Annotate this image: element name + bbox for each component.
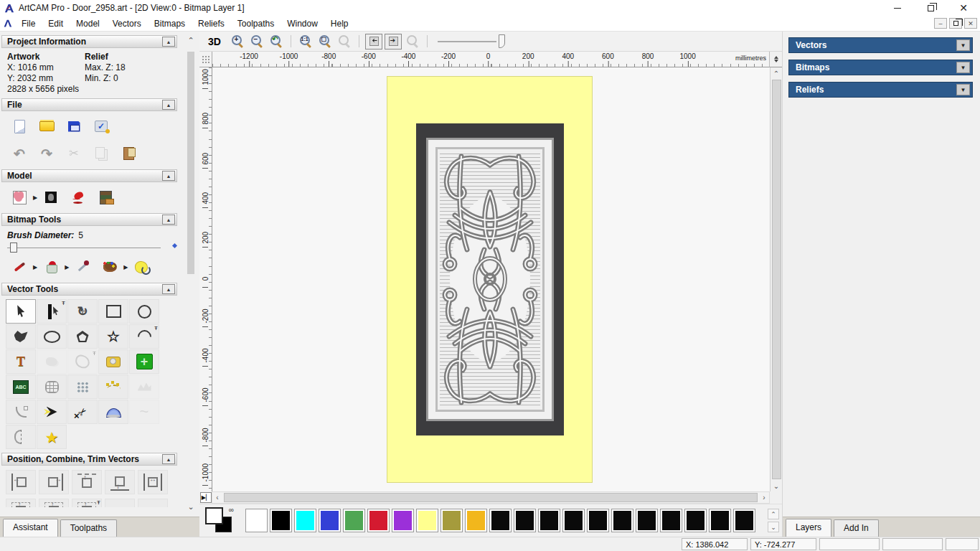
scroll-left-icon[interactable]: ‹ xyxy=(212,492,222,504)
model-artwork-area[interactable] xyxy=(387,77,592,482)
menu-file[interactable]: File xyxy=(15,17,42,31)
bitmaps-panel-header[interactable]: Bitmaps▼ xyxy=(788,60,973,75)
free-curve-button[interactable] xyxy=(129,400,159,424)
flyout-arrow-icon[interactable]: ▶ xyxy=(33,264,37,270)
block-paste-button[interactable] xyxy=(67,375,98,399)
zoom-box-button[interactable]: ▢ xyxy=(316,34,334,50)
zoom-out-button[interactable]: − xyxy=(248,34,265,50)
primary-secondary-colour[interactable]: ∞ xyxy=(205,507,238,534)
adjust-model-button[interactable] xyxy=(40,187,62,207)
transform-button[interactable] xyxy=(67,299,98,324)
create-rectangle-button[interactable] xyxy=(98,299,128,324)
align-right-button[interactable] xyxy=(39,470,69,494)
set-model-size-button[interactable] xyxy=(9,187,30,207)
menu-model[interactable]: Model xyxy=(70,17,106,31)
paste-up-button[interactable]: Ŧ xyxy=(72,499,102,507)
tab-add-in[interactable]: Add In xyxy=(834,519,879,537)
palette-swatch-15[interactable] xyxy=(611,509,633,532)
envelope-distort-button[interactable] xyxy=(37,375,67,399)
text-on-curve-button[interactable] xyxy=(6,375,36,399)
trim-vectors-button[interactable] xyxy=(67,400,98,424)
collapse-model-button[interactable]: ▲ xyxy=(162,171,175,181)
save-model-button[interactable] xyxy=(63,116,85,136)
extrude-button[interactable] xyxy=(98,400,128,424)
offset-vector-button[interactable]: Ŧ xyxy=(67,349,98,374)
open-model-button[interactable] xyxy=(36,116,57,136)
collapse-vector-button[interactable]: ▲ xyxy=(162,284,175,294)
next-bitmap-layer-button[interactable] xyxy=(385,34,402,50)
create-circle-button[interactable] xyxy=(129,299,159,324)
palette-swatch-19[interactable] xyxy=(709,509,731,532)
lighting-button[interactable] xyxy=(67,187,89,207)
menu-window[interactable]: Window xyxy=(281,17,324,31)
mdi-close-button[interactable]: ✕ xyxy=(964,18,977,29)
assistant-scrollbar[interactable]: ⌃ ⌄ xyxy=(184,34,198,512)
palette-swatch-18[interactable] xyxy=(684,509,707,532)
tab-toolpaths[interactable]: Toolpaths xyxy=(60,519,117,537)
fill-tool-button[interactable] xyxy=(40,257,62,277)
flyout-arrow-icon[interactable]: ▶ xyxy=(65,264,69,270)
create-star-button[interactable] xyxy=(98,324,128,349)
palette-tool-button[interactable] xyxy=(99,257,121,277)
menu-edit[interactable]: Edit xyxy=(42,17,70,31)
create-ellipse-button[interactable] xyxy=(37,324,67,349)
menu-toolpaths[interactable]: Toolpaths xyxy=(231,17,281,31)
2d-view-canvas[interactable] xyxy=(212,67,770,491)
palette-swatch-13[interactable] xyxy=(562,509,585,532)
bitmap-doctor-button[interactable] xyxy=(131,257,152,277)
palette-swatch-17[interactable] xyxy=(660,509,682,532)
contrast-slider-handle[interactable] xyxy=(499,34,505,48)
restore-button[interactable] xyxy=(914,0,947,16)
palette-swatch-11[interactable] xyxy=(514,509,536,532)
reliefs-panel-header[interactable]: Reliefs▼ xyxy=(788,82,973,98)
expand-vectors-button[interactable]: ▼ xyxy=(956,39,970,51)
vector-doctor-button[interactable] xyxy=(37,425,67,449)
palette-swatch-7[interactable] xyxy=(416,509,438,532)
units-spinner-button[interactable] xyxy=(769,52,782,67)
create-arc-button[interactable]: Ŧ xyxy=(129,324,159,349)
zoom-objects-button[interactable]: 1:1 xyxy=(297,34,314,50)
align-bottom-button[interactable] xyxy=(105,470,135,494)
palette-scroll-down-button[interactable]: ⌄ xyxy=(768,522,779,532)
palette-swatch-8[interactable] xyxy=(440,509,463,532)
collapse-bitmap-button[interactable]: ▲ xyxy=(162,215,175,225)
create-polygon-button[interactable] xyxy=(67,324,98,349)
menu-bitmaps[interactable]: Bitmaps xyxy=(148,17,192,31)
palette-swatch-20[interactable] xyxy=(733,509,755,532)
paste-center-button[interactable] xyxy=(129,349,159,374)
collapse-file-button[interactable]: ▲ xyxy=(162,100,175,110)
scatter-button[interactable] xyxy=(105,499,135,507)
undo-button[interactable] xyxy=(9,143,30,164)
scroll-right-icon[interactable]: › xyxy=(759,492,769,504)
contrast-slider[interactable] xyxy=(438,34,507,49)
tab-assistant[interactable]: Assistant xyxy=(3,519,58,537)
menu-reliefs[interactable]: Reliefs xyxy=(192,17,231,31)
palette-scroll-up-button[interactable]: ⌃ xyxy=(768,509,779,519)
expand-bitmaps-button[interactable]: ▼ xyxy=(956,62,970,73)
previous-bitmap-layer-button[interactable] xyxy=(365,34,382,50)
palette-swatch-10[interactable] xyxy=(489,509,512,532)
menu-help[interactable]: Help xyxy=(324,17,355,31)
canvas-horizontal-scrollbar[interactable]: ‹ › xyxy=(212,491,770,504)
nesting-text-button[interactable]: Nes xyxy=(138,499,168,507)
flyout-arrow-icon[interactable]: ▶ xyxy=(33,194,37,201)
model-properties-button[interactable] xyxy=(90,116,112,136)
measure-button[interactable] xyxy=(98,349,128,374)
center-in-page-button[interactable] xyxy=(6,499,36,507)
palette-swatch-9[interactable] xyxy=(465,509,487,532)
create-text-button[interactable] xyxy=(6,349,36,374)
paste-button[interactable] xyxy=(118,143,139,164)
palette-swatch-3[interactable] xyxy=(319,509,341,532)
palette-swatch-5[interactable] xyxy=(367,509,390,532)
scrollbar-thumb[interactable] xyxy=(772,80,781,479)
palette-swatch-1[interactable] xyxy=(270,509,292,532)
menu-vectors[interactable]: Vectors xyxy=(106,17,148,31)
scrollbar-thumb[interactable] xyxy=(224,493,758,502)
fit-arcs-button[interactable] xyxy=(129,375,159,399)
mirror-vectors-button[interactable] xyxy=(6,425,36,449)
brush-diameter-slider[interactable] xyxy=(7,242,169,253)
copy-button[interactable] xyxy=(90,143,112,164)
preview-layer-button[interactable] xyxy=(404,34,421,50)
ruler-origin-button[interactable] xyxy=(199,52,212,67)
palette-swatch-0[interactable] xyxy=(245,509,268,532)
